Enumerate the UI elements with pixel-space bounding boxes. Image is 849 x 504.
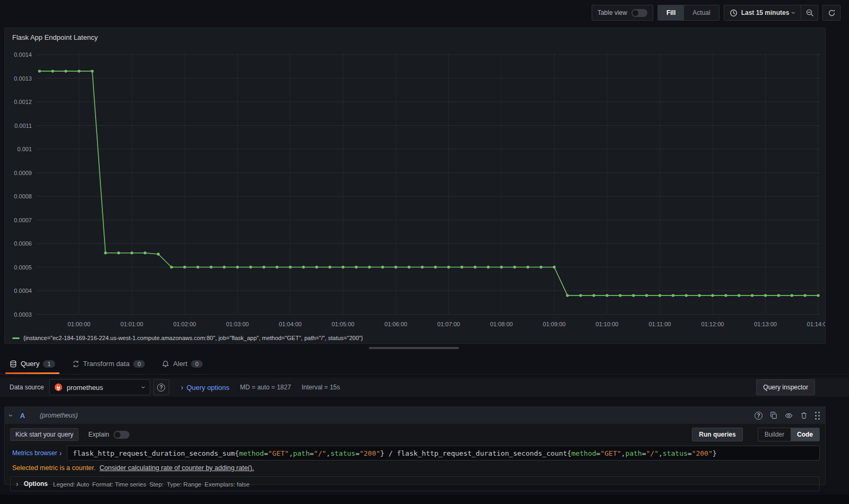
svg-text:01:03:00: 01:03:00 — [226, 321, 249, 327]
pane-resize-handle[interactable] — [369, 347, 459, 349]
timeseries-chart: 0.00140.00130.00120.00110.0010.00090.000… — [5, 44, 825, 336]
refresh-icon — [828, 9, 836, 17]
warning-rate-link[interactable]: Consider calculating rate of counter by … — [100, 464, 254, 472]
query-options-label: Query options — [186, 384, 229, 392]
actual-button[interactable]: Actual — [684, 5, 718, 20]
collapse-chevron-icon[interactable]: › — [7, 414, 15, 417]
tab-query[interactable]: Query 1 — [5, 353, 59, 374]
tab-alert-badge: 0 — [191, 360, 203, 368]
max-datapoints-text: MD = auto = 1827 — [240, 384, 291, 391]
promql-query-input[interactable]: flask_http_request_duration_seconds_sum{… — [67, 446, 820, 460]
svg-text:0.0004: 0.0004 — [14, 288, 32, 294]
svg-text:0.0005: 0.0005 — [14, 264, 32, 271]
svg-text:01:14:00: 01:14:00 — [807, 321, 825, 327]
svg-text:01:13:00: 01:13:00 — [754, 321, 777, 327]
duplicate-icon[interactable] — [770, 412, 777, 419]
refresh-button[interactable] — [822, 5, 841, 21]
chevron-down-icon: › — [140, 386, 148, 389]
svg-text:0.0008: 0.0008 — [14, 193, 32, 199]
bottom-edge-strip — [0, 494, 849, 504]
prometheus-icon — [54, 383, 63, 392]
timeseries-panel: Flask App Endpoint Latency 0.00140.00130… — [4, 28, 826, 344]
query-row-header[interactable]: › A (prometheus) ? — [5, 407, 825, 424]
zoom-out-button[interactable] — [801, 5, 818, 20]
explain-control: Explain — [88, 431, 129, 439]
options-label: Options — [24, 480, 48, 488]
svg-text:01:06:00: 01:06:00 — [385, 321, 408, 327]
svg-text:0.001: 0.001 — [17, 146, 32, 152]
query-options-toggle[interactable]: › Query options — [181, 384, 230, 392]
tab-transform-data[interactable]: Transform data 0 — [68, 353, 150, 374]
legend-series-swatch — [12, 337, 20, 339]
svg-text:0.0009: 0.0009 — [14, 170, 32, 176]
chevron-right-icon: › — [16, 480, 19, 488]
explain-toggle[interactable] — [114, 431, 129, 439]
editor-tabs: Query 1 Transform data 0 Alert 0 — [0, 353, 849, 375]
panel-title: Flask App Endpoint Latency — [5, 28, 825, 41]
run-queries-button[interactable]: Run queries — [692, 428, 742, 441]
kick-start-query-button[interactable]: Kick start your query — [10, 428, 79, 441]
svg-text:0.0013: 0.0013 — [14, 75, 32, 82]
magnifier-minus-icon — [805, 8, 814, 17]
svg-text:01:02:00: 01:02:00 — [174, 321, 196, 327]
time-range-label: Last 15 minutes — [741, 9, 790, 16]
code-button[interactable]: Code — [791, 428, 819, 441]
datasource-help-button[interactable]: ? — [153, 379, 169, 395]
svg-text:0.0014: 0.0014 — [14, 51, 32, 58]
chart-legend: {instance="ec2-184-169-216-224.us-west-1… — [12, 335, 363, 341]
svg-text:01:04:00: 01:04:00 — [279, 321, 302, 327]
svg-text:01:08:00: 01:08:00 — [490, 321, 513, 327]
query-toolbar: Kick start your query Explain Run querie… — [10, 428, 820, 441]
eye-icon[interactable] — [785, 412, 793, 420]
tab-transform-label: Transform data — [83, 360, 130, 368]
tab-alert[interactable]: Alert 0 — [158, 353, 207, 374]
svg-text:01:05:00: 01:05:00 — [332, 321, 354, 327]
counter-warning: Selected metric is a counter. Consider c… — [10, 464, 820, 472]
option-summary-item: Format: Time series — [92, 481, 146, 488]
query-options-collapsed[interactable]: › Options Legend: AutoFormat: Time serie… — [10, 476, 820, 491]
table-view-label: Table view — [592, 9, 631, 16]
datasource-picker[interactable]: prometheus › — [49, 379, 150, 395]
chevron-right-icon: › — [59, 449, 62, 457]
interval-text: Interval = 15s — [301, 384, 340, 391]
query-row-body: Kick start your query Explain Run querie… — [5, 424, 825, 491]
clock-icon — [730, 9, 738, 17]
option-summary-item: Type: Range — [167, 481, 201, 488]
chart-area[interactable]: 0.00140.00130.00120.00110.0010.00090.000… — [5, 44, 825, 336]
drag-handle[interactable] — [815, 412, 820, 420]
fill-button[interactable]: Fill — [658, 5, 684, 20]
legend-series-label[interactable]: {instance="ec2-184-169-216-224.us-west-1… — [23, 335, 363, 341]
builder-code-segment: Builder Code — [758, 428, 820, 441]
options-summary: Legend: AutoFormat: Time seriesStep:Type… — [53, 479, 253, 489]
time-range-picker[interactable]: Last 15 minutes › — [724, 5, 801, 20]
datasource-value: prometheus — [67, 384, 138, 392]
svg-text:0.0012: 0.0012 — [14, 99, 32, 105]
query-editor-row: › A (prometheus) ? Kick start your query — [4, 406, 826, 485]
query-inspector-button[interactable]: Query inspector — [756, 379, 815, 395]
query-row-actions: ? — [755, 412, 820, 420]
warning-text: Selected metric is a counter. — [12, 464, 96, 472]
time-range-group: Last 15 minutes › — [724, 5, 818, 21]
trash-icon[interactable] — [800, 412, 808, 419]
table-view-group: Table view — [592, 5, 653, 21]
bell-icon — [162, 360, 169, 368]
datasource-bar: Data source prometheus › ? › Query optio… — [0, 378, 849, 397]
top-toolbar: Table view Fill Actual Last 15 minutes › — [0, 0, 849, 25]
table-view-toggle[interactable] — [631, 9, 647, 17]
query-datasource-hint: (prometheus) — [40, 412, 77, 419]
tab-query-label: Query — [21, 360, 39, 368]
datasource-label: Data source — [10, 384, 44, 391]
option-summary-item: Exemplars: false — [204, 481, 249, 488]
svg-text:01:11:00: 01:11:00 — [648, 321, 671, 327]
svg-text:01:09:00: 01:09:00 — [543, 321, 566, 327]
svg-text:01:07:00: 01:07:00 — [437, 321, 460, 327]
datasource-help-icon[interactable]: ? — [755, 412, 763, 420]
tab-transform-badge: 0 — [133, 360, 145, 368]
tab-alert-label: Alert — [173, 360, 187, 368]
metrics-browser-toggle[interactable]: Metrics browser › — [10, 449, 67, 457]
fill-actual-segment: Fill Actual — [657, 5, 720, 21]
svg-text:0.0006: 0.0006 — [14, 240, 32, 247]
builder-button[interactable]: Builder — [758, 428, 791, 441]
option-summary-item: Step: — [149, 481, 163, 488]
explain-label: Explain — [88, 431, 109, 438]
